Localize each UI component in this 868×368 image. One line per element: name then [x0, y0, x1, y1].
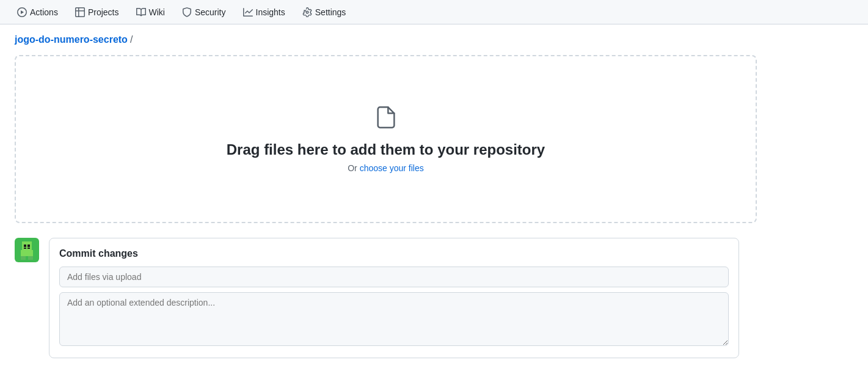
top-navigation: Actions Projects Wiki Security: [0, 0, 868, 24]
graph-icon: [243, 7, 253, 17]
drop-zone-title: Drag files here to add them to your repo…: [40, 141, 731, 158]
svg-rect-2: [24, 245, 26, 247]
svg-rect-5: [27, 248, 30, 249]
nav-label-settings: Settings: [315, 7, 346, 17]
commit-message-input[interactable]: [59, 267, 729, 287]
nav-item-security[interactable]: Security: [175, 2, 233, 22]
nav-item-settings[interactable]: Settings: [295, 2, 354, 22]
commit-box-title: Commit changes: [59, 248, 729, 259]
gear-icon: [302, 7, 312, 17]
nav-item-insights[interactable]: Insights: [236, 2, 293, 22]
nav-label-projects: Projects: [88, 7, 119, 17]
svg-rect-4: [24, 248, 26, 249]
svg-rect-8: [28, 256, 33, 260]
nav-item-wiki[interactable]: Wiki: [129, 2, 172, 22]
table-icon: [75, 7, 85, 17]
choose-files-link[interactable]: choose your files: [360, 163, 424, 173]
avatar: [15, 238, 39, 262]
play-circle-icon: [17, 7, 27, 17]
svg-rect-7: [21, 256, 26, 260]
nav-label-wiki: Wiki: [149, 7, 165, 17]
commit-box: Commit changes: [49, 238, 739, 358]
svg-rect-3: [27, 245, 30, 247]
shield-icon: [182, 7, 192, 17]
nav-label-insights: Insights: [256, 7, 285, 17]
nav-label-security: Security: [195, 7, 226, 17]
breadcrumb-separator: /: [130, 34, 133, 45]
breadcrumb-repo-link[interactable]: jogo-do-numero-secreto: [15, 34, 128, 45]
book-icon: [136, 7, 146, 17]
commit-section: Commit changes: [15, 238, 767, 358]
svg-rect-6: [21, 250, 33, 256]
drop-zone-subtitle-prefix: Or: [348, 163, 359, 173]
nav-item-projects[interactable]: Projects: [68, 2, 126, 22]
main-content: jogo-do-numero-secreto / Drag files here…: [0, 24, 782, 368]
breadcrumb: jogo-do-numero-secreto /: [15, 34, 767, 45]
avatar-icon: [16, 239, 38, 261]
commit-description-textarea[interactable]: [59, 292, 729, 346]
svg-rect-1: [22, 241, 32, 250]
file-drop-zone[interactable]: Drag files here to add them to your repo…: [15, 55, 757, 223]
file-icon: [40, 105, 731, 131]
nav-label-actions: Actions: [30, 7, 58, 17]
drop-zone-subtitle: Or choose your files: [40, 163, 731, 173]
nav-item-actions[interactable]: Actions: [10, 2, 65, 22]
